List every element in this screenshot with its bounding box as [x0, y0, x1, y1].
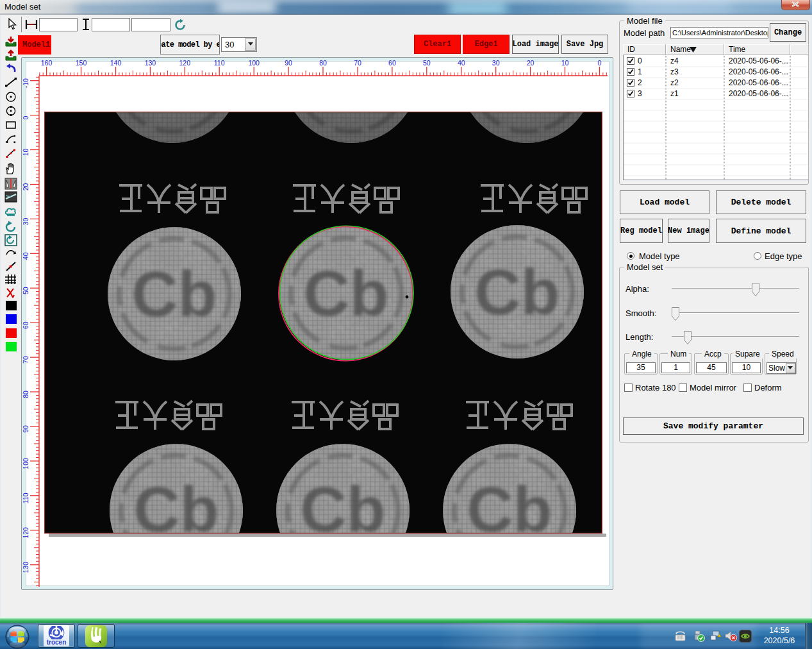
svg-text:30: 30 [22, 217, 29, 225]
svg-text:120: 120 [179, 59, 191, 67]
svg-text:50: 50 [423, 59, 431, 67]
svg-text:100: 100 [248, 59, 260, 67]
svg-text:80: 80 [22, 391, 29, 398]
svg-text:40: 40 [22, 252, 29, 260]
svg-text:20: 20 [22, 183, 29, 191]
svg-text:90: 90 [285, 59, 292, 67]
svg-text:10: 10 [22, 149, 29, 156]
svg-text:40: 40 [458, 59, 465, 67]
svg-text:60: 60 [22, 321, 29, 329]
svg-text:160: 160 [41, 59, 53, 67]
svg-text:10: 10 [561, 59, 569, 67]
svg-text:90: 90 [22, 425, 29, 433]
svg-text:0: 0 [598, 59, 602, 67]
svg-text:120: 120 [22, 527, 29, 539]
svg-text:70: 70 [22, 356, 29, 364]
svg-text:30: 30 [492, 59, 500, 67]
svg-text:110: 110 [22, 493, 29, 503]
svg-text:110: 110 [214, 59, 225, 67]
svg-text:140: 140 [110, 59, 122, 67]
svg-text:-10: -10 [22, 78, 29, 88]
svg-text:130: 130 [22, 562, 29, 573]
svg-text:70: 70 [354, 59, 361, 67]
svg-text:150: 150 [76, 59, 87, 67]
svg-text:80: 80 [319, 59, 327, 67]
svg-text:60: 60 [388, 59, 396, 67]
svg-text:100: 100 [22, 458, 29, 469]
svg-text:130: 130 [145, 59, 156, 67]
svg-text:20: 20 [527, 59, 534, 67]
svg-text:0: 0 [22, 116, 29, 120]
svg-text:50: 50 [22, 287, 29, 294]
